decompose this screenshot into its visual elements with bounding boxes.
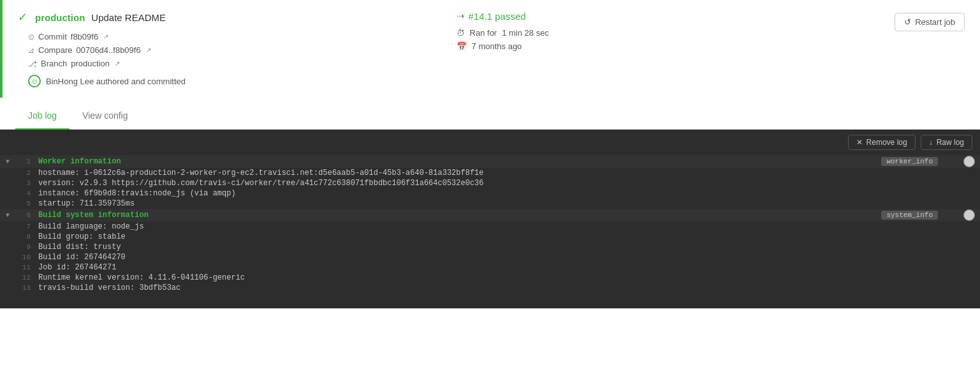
commit-link[interactable]: f8b09f6: [71, 32, 98, 41]
time-ago: 7 months ago: [472, 41, 522, 51]
log-line: 2hostname: i-0612c6a-production-2-worker…: [0, 168, 980, 178]
tab-view-config[interactable]: View config: [69, 103, 140, 130]
branch-icon: ⎇: [28, 59, 37, 68]
line-text: Build group: stable: [38, 232, 980, 241]
line-number: 2: [15, 169, 38, 177]
line-text: Build id: 267464270: [38, 253, 980, 262]
build-meta: ⏱ Ran for 1 min 28 sec 📅 7 months ago: [457, 28, 895, 51]
clock-icon: ⏱: [457, 28, 465, 38]
build-info-section: ✓ production Update README ⊙ Commit f8b0…: [0, 0, 980, 98]
author-text: BinHong Lee authored and committed: [46, 77, 186, 86]
branch-link[interactable]: production: [71, 59, 110, 68]
author-icon: ⊙: [28, 75, 41, 87]
log-line: 10Build id: 267464270: [0, 252, 980, 262]
meta-rows: ⊙ Commit f8b09f6 ↗ ⊿ Compare 00706d4..f8…: [28, 32, 457, 68]
log-line: 7Build language: node_js: [0, 222, 980, 232]
line-number: 7: [15, 223, 38, 230]
compare-row: ⊿ Compare 00706d4..f8b09f6 ↗: [28, 45, 457, 55]
line-number: 1: [15, 158, 38, 165]
tab-job-log[interactable]: Job log: [15, 103, 69, 130]
time-row: 📅 7 months ago: [457, 41, 895, 51]
log-line: 5startup: 711.359735ms: [0, 199, 980, 209]
line-text: instance: 6f9b9d8:travis:node_js (via am…: [38, 189, 980, 198]
raw-log-icon: ↓: [929, 138, 933, 147]
line-toggle[interactable]: ▼: [0, 158, 15, 165]
restart-job-button[interactable]: ↺ Restart job: [895, 13, 965, 31]
tabs-section: Job log View config: [0, 103, 980, 130]
line-text: Build language: node_js: [38, 222, 980, 231]
ran-value: 1 min 28 sec: [502, 28, 549, 38]
build-id: #14.1 passed: [469, 11, 526, 22]
log-line: 4instance: 6f9b9d8:travis:node_js (via a…: [0, 188, 980, 199]
line-number: 5: [15, 200, 38, 207]
line-number: 4: [15, 190, 38, 197]
log-line: 13travis-build version: 3bdfb53ac: [0, 283, 980, 293]
commit-label: Commit: [38, 32, 67, 41]
line-text: travis-build version: 3bdfb53ac: [38, 283, 980, 292]
line-number: 11: [15, 264, 38, 271]
right-info: ↺ Restart job: [895, 10, 965, 31]
section-badge: system_info: [881, 211, 938, 220]
restart-icon: ↺: [904, 17, 911, 27]
remove-log-button[interactable]: ✕ Remove log: [848, 135, 916, 150]
log-line: 11Job id: 267464271: [0, 262, 980, 273]
branch-row: ⎇ Branch production ↗: [28, 59, 457, 68]
restart-label: Restart job: [915, 17, 955, 27]
ran-for-row: ⏱ Ran for 1 min 28 sec: [457, 28, 895, 38]
remove-log-label: Remove log: [867, 138, 907, 147]
line-text: Build dist: trusty: [38, 243, 980, 252]
commit-external-icon: ↗: [103, 33, 108, 40]
line-number: 12: [15, 274, 38, 282]
line-text: Build system information: [38, 211, 881, 220]
line-text: Job id: 267464271: [38, 263, 980, 272]
section-badge: worker_info: [881, 157, 938, 166]
line-number: 8: [15, 233, 38, 241]
ran-label: Ran for: [470, 28, 497, 38]
branch-external-icon: ↗: [115, 60, 120, 67]
compare-label: Compare: [38, 45, 72, 55]
section-toggle-circle[interactable]: [963, 156, 975, 167]
section-toggle-circle[interactable]: [963, 209, 975, 221]
line-number: 6: [15, 211, 38, 219]
log-line: ▼1Worker informationworker_info: [0, 155, 980, 168]
compare-icon: ⊿: [28, 46, 34, 55]
remove-log-icon: ✕: [856, 138, 863, 147]
raw-log-label: Raw log: [937, 138, 964, 147]
line-text: startup: 711.359735ms: [38, 199, 980, 208]
branch-name: production: [35, 12, 85, 23]
log-line: 9Build dist: trusty: [0, 242, 980, 252]
line-number: 13: [15, 284, 38, 292]
raw-log-button[interactable]: ↓ Raw log: [921, 135, 972, 150]
log-toolbar: ✕ Remove log ↓ Raw log: [0, 130, 980, 155]
line-number: 3: [15, 179, 38, 187]
line-text: Runtime kernel version: 4.11.6-041106-ge…: [38, 273, 980, 282]
calendar-icon: 📅: [457, 41, 467, 51]
compare-external-icon: ↗: [146, 47, 151, 54]
build-badge: ⇢ #14.1 passed: [457, 10, 895, 22]
line-text: hostname: i-0612c6a-production-2-worker-…: [38, 169, 980, 177]
center-info: ⇢ #14.1 passed ⏱ Ran for 1 min 28 sec 📅 …: [457, 10, 895, 51]
line-number: 9: [15, 243, 38, 251]
line-text: version: v2.9.3 https://github.com/travi…: [38, 179, 980, 188]
check-icon: ✓: [18, 10, 27, 24]
log-line: ▼6Build system informationsystem_info: [0, 209, 980, 222]
line-text: Worker information: [38, 157, 881, 166]
left-info: ✓ production Update README ⊙ Commit f8b0…: [18, 10, 457, 87]
author-row: ⊙ BinHong Lee authored and committed: [28, 75, 457, 87]
commit-icon: ⊙: [28, 33, 34, 41]
log-line: 8Build group: stable: [0, 232, 980, 242]
line-number: 10: [15, 253, 38, 261]
log-line: 3version: v2.9.3 https://github.com/trav…: [0, 178, 980, 188]
log-line: 12Runtime kernel version: 4.11.6-041106-…: [0, 273, 980, 283]
log-content: ▼1Worker informationworker_info2hostname…: [0, 155, 980, 293]
branch-label: Branch: [41, 59, 67, 68]
arrow-icon: ⇢: [457, 10, 465, 22]
commit-row: ⊙ Commit f8b09f6 ↗: [28, 32, 457, 41]
compare-link[interactable]: 00706d4..f8b09f6: [76, 45, 140, 55]
title-row: ✓ production Update README: [18, 10, 457, 24]
line-toggle[interactable]: ▼: [0, 212, 15, 219]
log-section: ✕ Remove log ↓ Raw log ▼1Worker informat…: [0, 130, 980, 308]
commit-title: Update README: [91, 12, 166, 23]
